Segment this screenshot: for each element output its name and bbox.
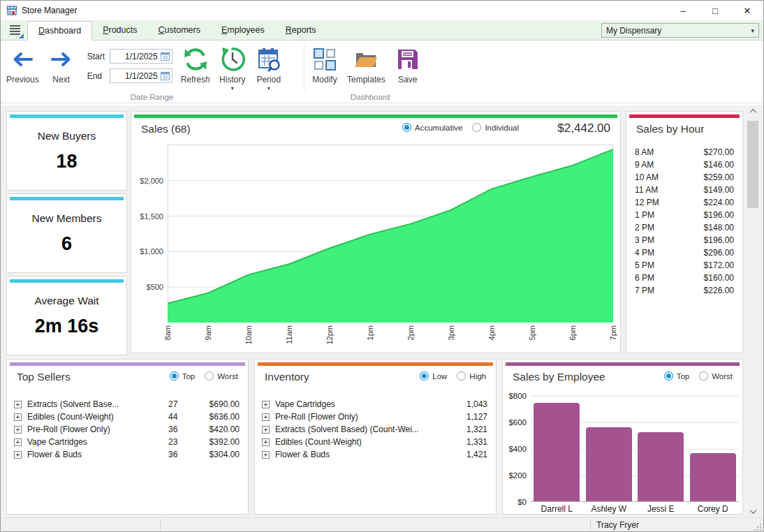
list-item: +Pre-Roll (Flower Only)1,127 — [262, 411, 487, 423]
top-sellers-title: Top Sellers — [17, 371, 71, 383]
refresh-button[interactable]: Refresh — [177, 43, 214, 86]
tab-products[interactable]: Products — [92, 21, 147, 40]
expand-icon[interactable]: + — [262, 426, 270, 434]
y-tick-label: $1,000 — [122, 246, 163, 256]
sales-by-hour-row: 8 AM$270.00 — [635, 146, 734, 158]
date-range-fields: Start 1/1/2025 End 1/1/2025 — [82, 43, 177, 88]
period-label: Period — [256, 75, 281, 84]
hour-value: $270.00 — [704, 147, 734, 157]
store-selector-value: My Dispensary — [606, 26, 751, 36]
sales-by-hour-row: 4 PM$296.00 — [635, 246, 734, 259]
start-date-input[interactable]: 1/1/2025 — [110, 49, 172, 64]
radio-low[interactable]: Low — [420, 371, 447, 380]
sales-mode-radios: AccumulativeIndividual — [402, 123, 519, 132]
ribbon-group-dashboard: Dashboard — [305, 93, 435, 101]
panel-accent-bar — [258, 362, 493, 366]
store-selector-dropdown[interactable]: My Dispensary ▾ — [601, 23, 759, 38]
chevron-down-icon: ▾ — [231, 86, 234, 91]
item-label: Vape Cartridges — [27, 437, 168, 447]
radio-high[interactable]: High — [457, 371, 486, 380]
expand-icon[interactable]: + — [262, 401, 270, 408]
list-item: +Pre-Roll (Flower Only)36$420.00 — [14, 423, 240, 436]
expand-icon[interactable]: + — [14, 451, 22, 459]
main-menu-button[interactable] — [5, 22, 24, 38]
radio-worst[interactable]: Worst — [205, 371, 238, 380]
expand-icon[interactable]: + — [14, 413, 22, 421]
expand-icon[interactable]: + — [14, 438, 22, 446]
radio-accumulative[interactable]: Accumulative — [402, 123, 462, 132]
scroll-up-button[interactable] — [747, 105, 759, 117]
expand-icon[interactable]: + — [14, 401, 22, 408]
sales-panel: Sales (68) AccumulativeIndividual $2,442… — [131, 111, 621, 353]
main-scrollbar[interactable] — [747, 105, 759, 517]
save-button[interactable]: Save — [390, 43, 426, 86]
modify-button[interactable]: Modify — [307, 43, 343, 86]
status-bar: Tracy Fryer — [1, 517, 763, 532]
refresh-icon — [182, 45, 209, 74]
inventory-title: Inventory — [265, 371, 309, 383]
calendar-icon[interactable] — [161, 71, 170, 80]
radio-top[interactable]: Top — [664, 371, 690, 380]
templates-button[interactable]: Templates — [343, 43, 390, 86]
scroll-down-button[interactable] — [747, 505, 759, 517]
tab-customers[interactable]: Customers — [148, 21, 211, 40]
chevron-down-icon: ▾ — [751, 27, 754, 34]
sales-by-hour-row: 6 PM$160.00 — [635, 272, 734, 284]
item-label: Edibles (Count-Weight) — [275, 437, 444, 447]
end-date-input[interactable]: 1/1/2025 — [110, 68, 172, 83]
radio-worst[interactable]: Worst — [699, 371, 733, 380]
item-value: $420.00 — [196, 424, 240, 434]
y-tick-label: $0 — [503, 497, 527, 507]
sales-by-hour-row: 10 AM$259.00 — [635, 171, 734, 184]
item-qty: 36 — [168, 424, 196, 434]
item-value: 1,043 — [444, 399, 487, 409]
ribbon-separator — [304, 43, 304, 91]
tab-employees[interactable]: Employees — [211, 21, 275, 40]
hour-label: 6 PM — [635, 273, 704, 283]
close-button[interactable]: ✕ — [731, 1, 763, 20]
tab-reports[interactable]: Reports — [275, 21, 327, 40]
radio-button-icon — [420, 371, 429, 380]
resize-grip[interactable] — [754, 524, 761, 531]
previous-button[interactable]: Previous — [2, 43, 43, 86]
y-tick-label: $2,000 — [122, 176, 163, 186]
new-buyers-card: New Buyers 18 — [6, 111, 127, 191]
chevron-down-icon: ▾ — [267, 86, 270, 91]
hour-label: 12 PM — [635, 198, 704, 207]
tab-dashboard[interactable]: Dashboard — [27, 21, 92, 40]
employee-plot — [531, 396, 739, 502]
item-qty: 23 — [168, 437, 196, 447]
item-value: 1,421 — [444, 450, 487, 459]
radio-label: Accumulative — [415, 124, 462, 132]
card-accent-bar — [10, 197, 124, 200]
expand-icon[interactable]: + — [14, 426, 22, 434]
scrollbar-thumb[interactable] — [747, 121, 758, 208]
list-item: +Extracts (Solvent Base...27$690.00 — [14, 398, 240, 411]
chevron-down-icon — [749, 507, 756, 514]
ribbon-group-date-range: Date Range — [1, 93, 303, 101]
minimize-button[interactable]: – — [667, 1, 699, 20]
templates-label: Templates — [347, 75, 385, 84]
list-item: +Vape Cartridges23$392.00 — [14, 436, 240, 448]
x-tick-label: 11am — [285, 325, 293, 350]
calendar-icon[interactable] — [161, 52, 170, 61]
list-item: +Flower & Buds36$304.00 — [14, 448, 240, 461]
expand-icon[interactable]: + — [262, 438, 270, 446]
radio-individual[interactable]: Individual — [472, 123, 519, 132]
radio-top[interactable]: Top — [170, 371, 196, 380]
item-label: Flower & Buds — [275, 450, 444, 459]
period-button[interactable]: Period ▾ — [251, 43, 287, 93]
x-tick-label: 9am — [204, 325, 212, 350]
expand-icon[interactable]: + — [262, 413, 270, 421]
x-tick-label: 10am — [244, 325, 253, 350]
expand-icon[interactable]: + — [262, 451, 270, 459]
maximize-button[interactable]: □ — [699, 1, 731, 20]
dashboard-content: New Buyers 18 New Members 6 Average Wait… — [1, 105, 763, 517]
stat-label: New Members — [7, 212, 126, 225]
item-value: $304.00 — [196, 450, 240, 459]
sales-total: $2,442.00 — [557, 121, 610, 135]
end-date-label: End — [87, 71, 110, 81]
item-label: Vape Cartridges — [275, 399, 444, 409]
next-button[interactable]: Next — [43, 43, 80, 86]
history-button[interactable]: History ▾ — [214, 43, 251, 93]
